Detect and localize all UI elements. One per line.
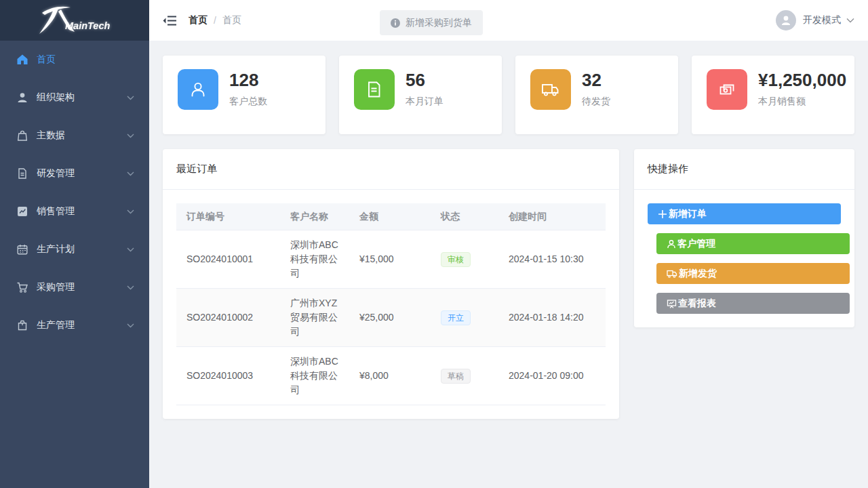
col-order-id: 订单编号 — [176, 203, 280, 230]
truck-icon — [540, 80, 561, 99]
stat-card-customers: 128 客户总数 — [163, 56, 326, 134]
bag-icon — [16, 129, 28, 142]
customers-stat-icon-box — [178, 69, 218, 110]
sidebar-item-label: 生产计划 — [37, 243, 75, 256]
fold-icon — [163, 15, 176, 26]
order-id: SO2024010001 — [176, 230, 280, 289]
breadcrumb-current: 首页 — [222, 14, 241, 26]
breadcrumb-separator: / — [214, 15, 216, 26]
report-icon — [667, 299, 677, 308]
sidebar: MainTech 首页 组织架构 主数据 研发管理 销售管理 — [0, 0, 149, 488]
order-created: 2024-01-18 14:20 — [498, 289, 606, 347]
order-amount: ¥8,000 — [349, 347, 431, 405]
sidebar-item-organization[interactable]: 组织架构 — [0, 79, 149, 117]
view-reports-button[interactable]: 查看报表 — [656, 293, 850, 314]
sidebar-item-manufacturing[interactable]: 生产管理 — [0, 306, 149, 344]
calendar-icon — [16, 243, 28, 256]
stat-value: ¥1,250,000 — [758, 70, 846, 90]
chevron-down-icon — [127, 134, 134, 138]
order-amount: ¥15,000 — [349, 230, 431, 289]
plus-icon — [658, 209, 667, 219]
content: 128 客户总数 56 本月订单 32 待发货 — [149, 41, 868, 434]
table-row[interactable]: SO2024010001 深圳市ABC科技有限公司 ¥15,000 审核 202… — [176, 230, 606, 289]
sidebar-item-purchasing[interactable]: 采购管理 — [0, 268, 149, 306]
col-status: 状态 — [431, 203, 498, 230]
orders-stat-icon-box — [354, 69, 395, 110]
document-icon — [16, 167, 28, 180]
chart-icon — [16, 205, 28, 218]
status-badge: 审核 — [441, 252, 471, 267]
stat-label: 客户总数 — [229, 96, 267, 108]
sidebar-item-label: 组织架构 — [37, 92, 75, 104]
stat-value: 128 — [229, 70, 267, 90]
sidebar-fold-button[interactable] — [163, 15, 176, 26]
user-icon — [780, 14, 792, 26]
sidebar-item-label: 首页 — [37, 54, 56, 66]
user-menu[interactable]: 开发模式 — [776, 10, 854, 30]
sidebar-item-label: 生产管理 — [37, 319, 75, 331]
sidebar-item-label: 研发管理 — [37, 167, 75, 180]
money-icon — [717, 80, 736, 99]
sidebar-item-master-data[interactable]: 主数据 — [0, 117, 149, 155]
col-amount: 金额 — [349, 203, 431, 230]
col-customer: 客户名称 — [280, 203, 349, 230]
sidebar-item-sales[interactable]: 销售管理 — [0, 192, 149, 230]
stat-card-pending-shipment: 32 待发货 — [515, 56, 678, 134]
new-purchase-arrival-button[interactable]: 新增采购到货单 — [380, 10, 483, 35]
quick-actions-panel: 快捷操作 新增订单 客户管理 新增发货 — [634, 149, 854, 327]
cart-icon — [16, 281, 28, 293]
chevron-down-icon — [127, 323, 134, 328]
brand-logo: MainTech — [0, 0, 149, 41]
shipment-stat-icon-box — [530, 69, 571, 110]
stat-value: 32 — [582, 70, 610, 90]
qa-button-label: 客户管理 — [677, 238, 715, 250]
stat-value: 56 — [406, 70, 443, 90]
order-created: 2024-01-20 09:00 — [498, 347, 606, 405]
main-area: 首页 / 首页 新增采购到货单 开发模式 — [149, 0, 868, 488]
breadcrumb-root[interactable]: 首页 — [189, 14, 208, 26]
order-customer: 深圳市ABC科技有限公司 — [280, 230, 349, 289]
chevron-down-icon — [127, 285, 134, 290]
new-shipment-button[interactable]: 新增发货 — [656, 263, 850, 284]
order-id: SO2024010003 — [176, 347, 280, 405]
sidebar-item-label: 销售管理 — [37, 205, 75, 218]
table-row[interactable]: SO2024010003 深圳市ABC科技有限公司 ¥8,000 草稿 2024… — [176, 347, 606, 405]
brand-logo-icon: MainTech — [34, 4, 115, 37]
stat-card-monthly-sales: ¥1,250,000 本月销售额 — [692, 56, 854, 134]
home-icon — [16, 54, 28, 66]
chevron-down-icon — [127, 247, 134, 252]
orders-table: 订单编号 客户名称 金额 状态 创建时间 SO2024010001 深圳市ABC… — [176, 203, 606, 405]
stat-label: 本月订单 — [406, 96, 443, 108]
topbar: 首页 / 首页 新增采购到货单 开发模式 — [149, 0, 868, 41]
order-customer: 广州市XYZ贸易有限公司 — [280, 289, 349, 347]
truck-icon — [667, 269, 677, 279]
quick-actions-title: 快捷操作 — [634, 149, 854, 190]
sidebar-item-production-plan[interactable]: 生产计划 — [0, 230, 149, 268]
orders-table-header-row: 订单编号 客户名称 金额 状态 创建时间 — [176, 203, 606, 230]
stat-label: 本月销售额 — [758, 96, 846, 108]
svg-text:MainTech: MainTech — [65, 20, 110, 31]
sidebar-item-rnd[interactable]: 研发管理 — [0, 155, 149, 192]
package-icon — [16, 319, 28, 331]
recent-orders-title: 最近订单 — [163, 149, 619, 190]
new-order-button[interactable]: 新增订单 — [648, 203, 841, 224]
order-customer: 深圳市ABC科技有限公司 — [280, 347, 349, 405]
file-icon — [365, 80, 384, 99]
order-amount: ¥25,000 — [349, 289, 431, 347]
qa-button-label: 新增订单 — [669, 208, 707, 220]
action-button-label: 新增采购到货单 — [406, 17, 472, 29]
order-created: 2024-01-15 10:30 — [498, 230, 606, 289]
stats-row: 128 客户总数 56 本月订单 32 待发货 — [163, 56, 854, 134]
stat-card-orders: 56 本月订单 — [339, 56, 502, 134]
qa-button-label: 新增发货 — [679, 268, 717, 280]
table-row[interactable]: SO2024010002 广州市XYZ贸易有限公司 ¥25,000 开立 202… — [176, 289, 606, 347]
user-icon — [16, 92, 28, 104]
user-icon — [667, 239, 676, 249]
user-icon — [189, 80, 208, 99]
sidebar-item-home[interactable]: 首页 — [0, 41, 149, 79]
order-id: SO2024010002 — [176, 289, 280, 347]
chevron-down-icon — [127, 171, 134, 176]
chevron-down-icon — [127, 209, 134, 214]
customer-management-button[interactable]: 客户管理 — [656, 233, 850, 254]
status-badge: 草稿 — [441, 369, 471, 384]
